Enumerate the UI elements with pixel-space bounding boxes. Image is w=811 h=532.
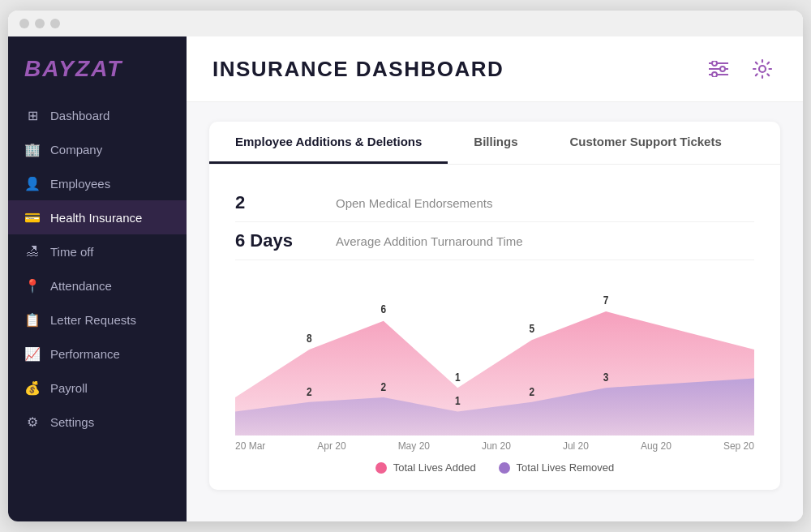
svg-point-3 xyxy=(712,61,717,66)
chart-label-sep: Sep 20 xyxy=(723,440,754,452)
chart-label-mar: 20 Mar xyxy=(235,440,265,452)
dashboard-icon: ⊞ xyxy=(24,107,41,123)
filter-button[interactable] xyxy=(704,54,733,84)
maximize-dot xyxy=(50,19,60,28)
tab-support[interactable]: Customer Support Tickets xyxy=(543,122,747,164)
sidebar-item-company[interactable]: 🏢Company xyxy=(8,132,187,166)
svg-point-6 xyxy=(759,66,766,72)
settings-icon: ⚙ xyxy=(24,414,41,430)
settings-label: Settings xyxy=(50,415,94,429)
legend-removed-dot xyxy=(499,462,510,474)
chart-label-may: May 20 xyxy=(398,440,430,452)
chart-label-jun: Jun 20 xyxy=(482,440,511,452)
top-bar: INSURANCE DASHBOARD xyxy=(187,36,803,102)
svg-point-5 xyxy=(712,72,717,77)
dashboard-panel: Employee Additions & DeletionsBillingsCu… xyxy=(187,102,803,521)
svg-text:1: 1 xyxy=(455,371,461,384)
main-layout: BAYZAT ⊞Dashboard🏢Company👤Employees💳Heal… xyxy=(8,36,803,521)
health-insurance-label: Health Insurance xyxy=(50,211,142,225)
health-insurance-icon: 💳 xyxy=(24,209,41,225)
svg-text:8: 8 xyxy=(307,331,312,345)
endorsements-value: 2 xyxy=(235,192,316,213)
endorsements-label: Open Medical Endorsements xyxy=(336,196,492,210)
payroll-icon: 💰 xyxy=(24,380,41,396)
chart-svg: 8 6 1 5 7 2 2 1 2 3 xyxy=(235,273,754,435)
legend-added-dot xyxy=(375,462,387,474)
svg-text:1: 1 xyxy=(455,394,461,408)
legend-removed-label: Total Lives Removed xyxy=(517,461,615,474)
svg-text:2: 2 xyxy=(307,384,312,398)
stat-row-turnaround: 6 Days Average Addition Turnaround Time xyxy=(235,222,754,260)
card-body: 2 Open Medical Endorsements 6 Days Avera… xyxy=(209,165,780,490)
legend-added: Total Lives Added xyxy=(375,461,476,474)
tabs-row: Employee Additions & DeletionsBillingsCu… xyxy=(209,122,780,165)
sidebar-item-dashboard[interactable]: ⊞Dashboard xyxy=(8,98,187,132)
dashboard-label: Dashboard xyxy=(50,109,109,122)
svg-point-4 xyxy=(720,66,725,71)
turnaround-label: Average Addition Turnaround Time xyxy=(336,234,523,248)
attendance-label: Attendance xyxy=(50,279,112,293)
letter-requests-icon: 📋 xyxy=(24,311,41,328)
time-off-icon: 🏖 xyxy=(24,243,41,260)
svg-text:2: 2 xyxy=(381,380,387,393)
main-card: Employee Additions & DeletionsBillingsCu… xyxy=(209,122,780,490)
payroll-label: Payroll xyxy=(50,381,88,395)
performance-icon: 📈 xyxy=(24,345,41,362)
company-icon: 🏢 xyxy=(24,141,41,157)
chart-label-jul: Jul 20 xyxy=(563,440,589,452)
company-label: Company xyxy=(50,143,102,157)
letter-requests-label: Letter Requests xyxy=(50,313,136,327)
chart-label-aug: Aug 20 xyxy=(641,440,672,452)
employees-label: Employees xyxy=(50,177,110,191)
tab-additions[interactable]: Employee Additions & Deletions xyxy=(209,122,448,164)
svg-text:6: 6 xyxy=(381,302,387,316)
title-bar xyxy=(8,11,803,36)
chart-area: 8 6 1 5 7 2 2 1 2 3 xyxy=(235,273,754,435)
close-dot xyxy=(19,19,29,28)
logo-area: BAYZAT xyxy=(8,36,187,98)
logo: BAYZAT xyxy=(24,56,122,81)
nav-menu: ⊞Dashboard🏢Company👤Employees💳Health Insu… xyxy=(8,98,187,439)
employees-icon: 👤 xyxy=(24,175,41,191)
sidebar-item-employees[interactable]: 👤Employees xyxy=(8,166,187,200)
sidebar-item-letter-requests[interactable]: 📋Letter Requests xyxy=(8,302,187,337)
chart-label-apr: Apr 20 xyxy=(317,440,345,452)
performance-label: Performance xyxy=(50,347,120,361)
stat-row-endorsements: 2 Open Medical Endorsements xyxy=(235,184,754,222)
sidebar-item-attendance[interactable]: 📍Attendance xyxy=(8,268,187,302)
sidebar-item-health-insurance[interactable]: 💳Health Insurance xyxy=(8,200,187,234)
page-title: INSURANCE DASHBOARD xyxy=(212,57,504,82)
sidebar: BAYZAT ⊞Dashboard🏢Company👤Employees💳Heal… xyxy=(8,36,187,521)
app-window: BAYZAT ⊞Dashboard🏢Company👤Employees💳Heal… xyxy=(8,11,803,521)
svg-text:3: 3 xyxy=(603,371,609,384)
settings-button[interactable] xyxy=(748,54,777,84)
turnaround-value: 6 Days xyxy=(235,230,316,251)
svg-text:5: 5 xyxy=(529,322,534,336)
main-content: INSURANCE DASHBOARD xyxy=(187,36,803,521)
svg-text:7: 7 xyxy=(603,293,609,307)
minimize-dot xyxy=(35,19,45,28)
sidebar-item-performance[interactable]: 📈Performance xyxy=(8,337,187,371)
sidebar-item-settings[interactable]: ⚙Settings xyxy=(8,405,187,439)
sidebar-item-time-off[interactable]: 🏖Time off xyxy=(8,234,187,268)
time-off-label: Time off xyxy=(50,245,93,259)
legend-added-label: Total Lives Added xyxy=(393,461,476,474)
attendance-icon: 📍 xyxy=(24,277,41,294)
chart-legend: Total Lives Added Total Lives Removed xyxy=(235,461,754,474)
svg-text:2: 2 xyxy=(529,384,534,398)
sidebar-item-payroll[interactable]: 💰Payroll xyxy=(8,371,187,405)
top-actions xyxy=(704,54,777,84)
legend-removed: Total Lives Removed xyxy=(499,461,615,474)
chart-labels: 20 Mar Apr 20 May 20 Jun 20 Jul 20 Aug 2… xyxy=(235,435,754,452)
tab-billings[interactable]: Billings xyxy=(448,122,543,164)
